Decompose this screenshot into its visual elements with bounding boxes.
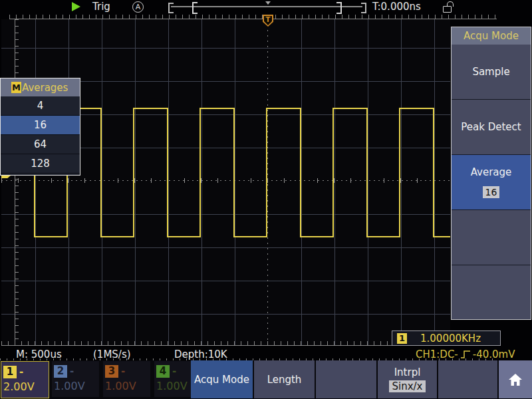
acqu-mode-menu: Acqu Mode Sample Peak Detect Average 16 bbox=[451, 27, 531, 320]
averages-option-16[interactable]: 16 bbox=[1, 116, 80, 135]
frequency-value: 1.00000KHz bbox=[420, 332, 481, 344]
acqu-mode-menu-title: Acqu Mode bbox=[452, 27, 531, 45]
averages-option-128[interactable]: 128 bbox=[1, 154, 80, 174]
averages-option-4[interactable]: 4 bbox=[1, 96, 80, 116]
home-icon bbox=[507, 372, 523, 387]
channel1-indicator[interactable]: 1 - 2.00V bbox=[1, 361, 49, 398]
menu-item-peak-detect[interactable]: Peak Detect bbox=[452, 100, 531, 155]
softkey-acqu-mode[interactable]: Acqu Mode bbox=[191, 360, 253, 398]
bottom-bar: 1 - 2.00V 2 - 1.00V 3 - 1.00V 4 - 1.00V … bbox=[0, 360, 532, 399]
home-button[interactable] bbox=[499, 360, 532, 398]
channel3-indicator[interactable]: 3 - 1.00V bbox=[103, 361, 150, 397]
averages-popup-title: Averages bbox=[22, 82, 68, 94]
softkey-empty-1 bbox=[316, 360, 376, 398]
averages-popup: M Averages 4 16 64 128 bbox=[0, 78, 80, 176]
menu-item-average[interactable]: Average 16 bbox=[452, 155, 531, 210]
frequency-meter: 1 1.00000KHz bbox=[392, 331, 501, 346]
menu-item-empty-1 bbox=[452, 210, 531, 265]
trigger-settings-readout: CH1:DC- -40.0mV bbox=[416, 348, 515, 360]
softkey-empty-2 bbox=[438, 360, 497, 398]
timebase-readout: M: 500us bbox=[16, 348, 62, 360]
oscilloscope-screen: Trig A T:0.000ns T M Averages 4 16 64 bbox=[0, 0, 532, 399]
channel2-indicator[interactable]: 2 - 1.00V bbox=[52, 361, 99, 397]
depth-readout: Depth:10K bbox=[174, 348, 227, 360]
rising-edge-icon bbox=[460, 350, 471, 359]
m-knob-badge: M bbox=[11, 82, 21, 93]
menu-item-empty-2 bbox=[452, 265, 531, 321]
softkey-length[interactable]: Length bbox=[254, 360, 315, 398]
sample-rate-readout: (1MS/s) bbox=[93, 348, 131, 360]
menu-item-sample[interactable]: Sample bbox=[452, 45, 531, 100]
average-count-value: 16 bbox=[483, 186, 500, 198]
averages-popup-header: M Averages bbox=[1, 78, 80, 96]
intrpl-value: Sinx/x bbox=[389, 380, 425, 392]
softkey-intrpl[interactable]: Intrpl Sinx/x bbox=[378, 360, 437, 398]
trigger-flag-label: T bbox=[264, 16, 272, 25]
averages-option-64[interactable]: 64 bbox=[1, 135, 80, 154]
freq-channel-badge: 1 bbox=[397, 333, 407, 344]
